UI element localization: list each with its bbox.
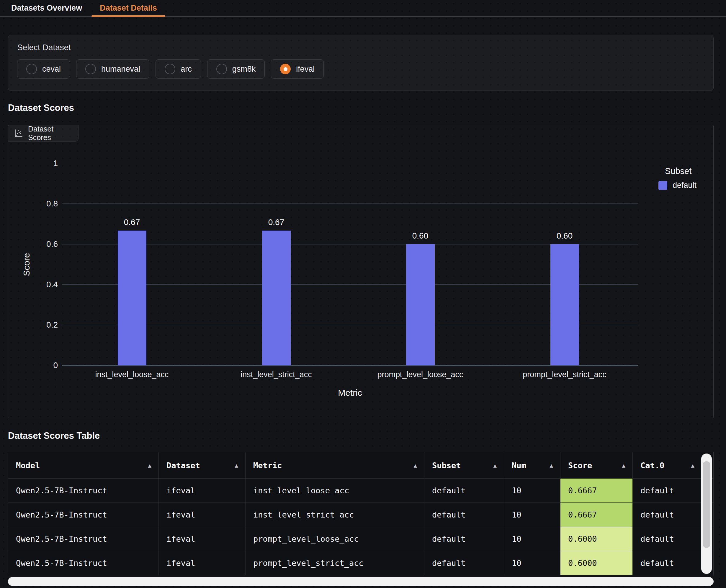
y-tick-label: 0.8 (8, 199, 58, 209)
cell-dataset: ifeval (159, 478, 245, 503)
chart-panel-tab[interactable]: Dataset Scores (8, 125, 79, 142)
select-dataset-label: Select Dataset (17, 43, 704, 52)
cell-num: 10 (504, 503, 561, 527)
bar-value-label: 0.67 (108, 218, 156, 227)
col-header-metric[interactable]: Metric▲ (245, 453, 424, 478)
cell-model: Qwen2.5-7B-Instruct (8, 527, 159, 551)
col-header-score[interactable]: Score▲ (561, 453, 633, 478)
table-grid: Model▲Dataset▲Metric▲Subset▲Num▲Score▲Ca… (8, 453, 713, 575)
dataset-radio-ceval[interactable]: ceval (17, 59, 70, 79)
bar-prompt_level_loose_acc[interactable] (406, 244, 435, 365)
dataset-radio-label: humaneval (101, 65, 140, 74)
col-header-dataset[interactable]: Dataset▲ (159, 453, 245, 478)
col-header-subset[interactable]: Subset▲ (424, 453, 504, 478)
sort-asc-icon: ▲ (414, 462, 417, 468)
chart-gridline (62, 204, 638, 204)
x-tick-label: prompt_level_strict_acc (476, 370, 653, 379)
dataset-radio-arc[interactable]: arc (156, 59, 201, 79)
cell-num: 10 (504, 527, 561, 551)
radio-unselected-icon (26, 64, 37, 74)
bar-value-label: 0.60 (397, 231, 444, 240)
cell-subset: default (424, 527, 504, 551)
col-header-label: Score (568, 461, 592, 470)
y-tick-label: 1 (8, 159, 58, 168)
col-header-label: Metric (253, 461, 282, 470)
cell-score: 0.6000 (561, 551, 633, 575)
sort-asc-icon: ▲ (148, 462, 152, 468)
col-header-label: Cat.0 (640, 461, 664, 470)
chart-legend: Subsetdefault (659, 166, 697, 190)
radio-selected-icon (280, 64, 291, 74)
legend-swatch (659, 181, 667, 190)
top-tab-bar: Datasets Overview Dataset Details (0, 0, 726, 17)
dataset-radio-label: arc (181, 65, 192, 74)
cell-dataset: ifeval (159, 503, 245, 527)
dataset-radio-label: gsm8k (232, 65, 256, 74)
cell-dataset: ifeval (159, 527, 245, 551)
tab-dataset-details[interactable]: Dataset Details (91, 0, 166, 16)
table-vertical-scrollbar[interactable] (701, 454, 712, 574)
dataset-radio-gsm8k[interactable]: gsm8k (207, 59, 265, 79)
cell-subset: default (424, 478, 504, 503)
bar-value-label: 0.60 (541, 231, 588, 240)
cell-num: 10 (504, 551, 561, 575)
cell-subset: default (424, 551, 504, 575)
col-header-model[interactable]: Model▲ (8, 453, 159, 478)
select-dataset-panel: Select Dataset cevalhumanevalarcgsm8kife… (8, 35, 713, 91)
cell-model: Qwen2.5-7B-Instruct (8, 478, 159, 503)
dataset-scores-table-heading: Dataset Scores Table (8, 430, 726, 443)
cell-num: 10 (504, 478, 561, 503)
cell-model: Qwen2.5-7B-Instruct (8, 551, 159, 575)
cell-metric: prompt_level_loose_acc (245, 527, 424, 551)
y-tick-label: 0 (8, 361, 58, 370)
bar-inst_level_loose_acc[interactable] (118, 231, 146, 365)
cell-score: 0.6667 (561, 478, 633, 503)
sort-asc-icon: ▲ (622, 462, 625, 468)
y-tick-label: 0.6 (8, 239, 58, 249)
legend-label: default (672, 181, 697, 190)
x-axis-title: Metric (291, 388, 409, 398)
cell-subset: default (424, 503, 504, 527)
sort-asc-icon: ▲ (691, 462, 694, 468)
dataset-scores-heading: Dataset Scores (8, 103, 726, 115)
col-header-label: Dataset (166, 461, 200, 470)
cell-metric: inst_level_strict_acc (245, 503, 424, 527)
cell-metric: prompt_level_strict_acc (245, 551, 424, 575)
dataset-radio-ifeval[interactable]: ifeval (271, 59, 324, 79)
dataset-scores-table: Model▲Dataset▲Metric▲Subset▲Num▲Score▲Ca… (8, 452, 713, 575)
cell-model: Qwen2.5-7B-Instruct (8, 503, 159, 527)
sort-asc-icon: ▲ (550, 462, 553, 468)
radio-unselected-icon (85, 64, 96, 74)
legend-entry-default[interactable]: default (659, 181, 697, 190)
table-horizontal-scrollbar[interactable] (8, 577, 713, 586)
dataset-radio-humaneval[interactable]: humaneval (76, 59, 149, 79)
y-tick-label: 0.2 (8, 320, 58, 330)
radio-unselected-icon (216, 64, 227, 74)
chart-panel-tab-label: Dataset Scores (28, 125, 78, 142)
legend-title: Subset (659, 166, 697, 176)
scatter-chart-icon (14, 128, 24, 138)
bar-inst_level_strict_acc[interactable] (262, 231, 291, 365)
dataset-scores-chart-panel: Dataset Scores 00.20.40.60.810.67inst_le… (8, 125, 713, 418)
cell-dataset: ifeval (159, 551, 245, 575)
dataset-radio-label: ifeval (296, 65, 315, 74)
dataset-radio-group: cevalhumanevalarcgsm8kifeval (17, 59, 704, 79)
sort-asc-icon: ▲ (235, 462, 238, 468)
cell-metric: inst_level_loose_acc (245, 478, 424, 503)
radio-unselected-icon (165, 64, 175, 74)
col-header-label: Num (512, 461, 526, 470)
sort-asc-icon: ▲ (493, 462, 497, 468)
cell-score: 0.6000 (561, 527, 633, 551)
tab-datasets-overview[interactable]: Datasets Overview (2, 0, 91, 16)
col-header-label: Model (16, 461, 40, 470)
col-header-num[interactable]: Num▲ (504, 453, 561, 478)
bar-value-label: 0.67 (253, 218, 300, 227)
cell-score: 0.6667 (561, 503, 633, 527)
vertical-scrollbar-thumb[interactable] (703, 461, 710, 548)
dataset-radio-label: ceval (42, 65, 61, 74)
y-axis-title: Score (22, 253, 32, 276)
col-header-label: Subset (432, 461, 461, 470)
bar-prompt_level_strict_acc[interactable] (550, 244, 579, 365)
y-tick-label: 0.4 (8, 280, 58, 289)
